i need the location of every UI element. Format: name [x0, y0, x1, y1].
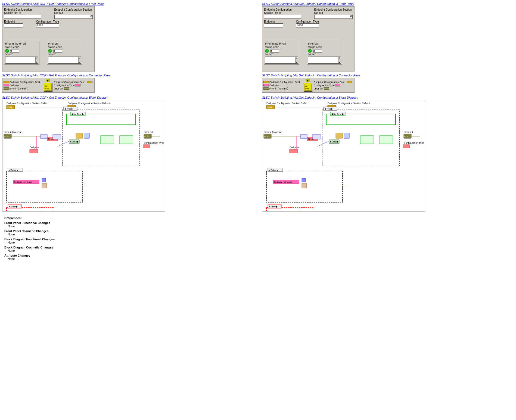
error-out-status-row: status code: [48, 46, 81, 49]
svg-text:Endpoint not found: Endpoint not found: [274, 181, 292, 183]
right-fp-row-refs: Endpoint Configuration Section Ref in En…: [264, 8, 353, 19]
source-scrollbar-in[interactable]: ▲▼: [35, 57, 38, 63]
ep-ref-out-num: 0: [54, 15, 93, 19]
left-bd-endpoint-label: Endpoint: [30, 146, 39, 149]
right-source-ctrl-out[interactable]: ▲▼: [308, 57, 341, 64]
ep-ref-out-field: Endpoint Configuration Section Ref out 0: [54, 8, 93, 19]
right-term-ep-ref-in: [263, 81, 269, 83]
right-source-ctrl-in[interactable]: ▲▼: [265, 57, 298, 64]
config-type-label: Configuration Type: [36, 20, 59, 23]
right-bd-ep-ref-out-label: Endpoint Configuration Section Ref out: [328, 102, 370, 105]
page-content: SLSC Switch Scripting.lvlib: COPY Get En…: [0, 0, 516, 265]
status-label-in: status: [5, 46, 13, 49]
right-ep-ref-in-ctrl[interactable]: [264, 15, 301, 19]
right-source-label-out: source: [308, 53, 341, 56]
fp-cosmetic-val: None: [8, 233, 512, 236]
code-label-out: code: [56, 46, 62, 49]
fp-row-refs: Endpoint Configuration Section Ref in En…: [4, 8, 93, 19]
right-bd-svg: Endpoint Configuration Section Ref in En…: [262, 100, 425, 211]
svg-text:CFG: CFG: [45, 88, 49, 89]
right-conn-label-error-out: error out: [314, 87, 323, 90]
error-in-title: error in (no error): [5, 42, 38, 45]
svg-text:UWM: UWM: [7, 106, 12, 108]
right-conn-title[interactable]: SLSC Switch Scripting.lvlib:Get Endpoint…: [262, 74, 514, 77]
right-error-in-value-row: ✓ 0: [265, 49, 298, 53]
right-conn-label-ep-sect: Endpoint Configuration Sect...: [269, 81, 302, 83]
right-bd-node-b: [313, 134, 321, 139]
ep-ref-in-ctrl[interactable]: [4, 15, 41, 19]
left-fp-panel: Endpoint Configuration Section Ref in En…: [2, 6, 95, 71]
left-bd-col: SLSC Switch Scripting.lvlib: COPY Get En…: [2, 96, 254, 211]
right-code-val-in: 0: [270, 49, 279, 53]
bd-cosmetic-label: Block Diagram Cosmetic Changes: [4, 246, 512, 249]
svg-text:BLSC: BLSC: [4, 135, 9, 137]
source-label-out: source: [48, 53, 81, 56]
right-config-type-field: Configuration Type Load: [296, 20, 319, 27]
conn-label-error-in: error in (no error): [10, 87, 28, 90]
right-error-out-cluster: error out status code ✓ 0 source ▲▼: [307, 41, 342, 65]
right-endpoint-ctrl[interactable]: [264, 23, 283, 27]
svg-text:Endpoint not found: Endpoint not found: [14, 181, 32, 183]
left-fp-title[interactable]: SLSC Switch Scripting.lvlib: COPY Get En…: [2, 2, 254, 5]
source-scrollbar-out[interactable]: ▲▼: [78, 57, 81, 63]
right-bd-wire-str-load: [318, 141, 329, 147]
left-conn-col: SLSC Switch Scripting.lvlib: COPY Get En…: [2, 74, 254, 93]
right-source-label-in: source: [265, 53, 298, 56]
left-bd-inner-node2: [119, 136, 133, 144]
right-bd-inner-node2: [379, 136, 393, 144]
config-type-field: Configuration Type Load: [36, 20, 59, 27]
conn-term-error-out: error out: [54, 87, 93, 90]
fp-row: SLSC Switch Scripting.lvlib: COPY Get En…: [2, 2, 514, 71]
code-val-out: 0: [53, 49, 62, 53]
conn-row: SLSC Switch Scripting.lvlib: COPY Get En…: [2, 74, 514, 93]
svg-text:BLSC: BLSC: [264, 135, 269, 137]
svg-text:◀ Load ▶: ◀ Load ▶: [330, 141, 339, 143]
conn-right-side: Endpoint Configuration Sect... Configura…: [54, 81, 93, 90]
conn-term-endpoint: Endpoint: [4, 84, 42, 87]
right-bd-inner-node1: [360, 136, 374, 144]
right-conn-vi-icon: EP CFG: [304, 83, 312, 92]
right-conn-left-side: Endpoint Configuration Sect... Endpoint …: [263, 81, 302, 90]
svg-rect-0: [45, 84, 51, 91]
left-bd-ep-ref-out-label: Endpoint Configuration Section Ref out: [68, 102, 110, 105]
svg-text:◀ Error ▶: ◀ Error ▶: [9, 206, 18, 208]
endpoint-ctrl[interactable]: [4, 23, 23, 27]
right-source-scrollbar-in[interactable]: ▲▼: [295, 57, 298, 63]
right-term-config-type: [335, 84, 340, 86]
right-bd-endpoint-label: Endpoint: [290, 146, 299, 149]
right-error-out-title: error out: [308, 42, 341, 45]
left-conn-title[interactable]: SLSC Switch Scripting.lvlib: COPY Get En…: [2, 74, 254, 77]
right-source-scrollbar-out[interactable]: ▲▼: [338, 57, 341, 63]
conn-term-config-type: Configuration Type: [54, 84, 93, 87]
left-bd-ep-ref-in-label: Endpoint Configuration Section Ref in: [7, 102, 47, 105]
left-bd-title[interactable]: SLSC Switch Scripting.lvlib: COPY Get En…: [2, 96, 254, 99]
right-conn-label-ep-sect-out: Endpoint Configuration Sect...: [314, 81, 347, 83]
right-fp-title[interactable]: SLSC Switch Scripting.lvlib:Get Endpoint…: [262, 2, 514, 5]
conn-label-config-type: Configuration Type: [54, 84, 74, 87]
right-ep-ref-in-field: Endpoint Configuration Section Ref in: [264, 8, 301, 19]
svg-text:BLSC: BLSC: [144, 135, 149, 137]
svg-text:◀ No Error ▶: ◀ No Error ▶: [71, 113, 84, 115]
source-ctrl-out[interactable]: ▲▼: [48, 57, 81, 64]
right-conn-col: SLSC Switch Scripting.lvlib:Get Endpoint…: [262, 74, 514, 93]
fp-row-errors: error in (no error) status code ✓ 0 sour…: [4, 40, 93, 65]
term-ep-ref-in: [4, 81, 9, 83]
right-error-in-title: error in (no error): [265, 42, 298, 45]
term-error-out: [64, 87, 69, 90]
left-conn-pane: Endpoint Configuration Sect... Endpoint …: [2, 78, 95, 93]
differences-section: Differences: Front Panel Functional Chan…: [2, 214, 514, 263]
right-fp-row-errors: error in (no error) status code ✓ 0 sour…: [264, 40, 353, 65]
right-bd-node-d: [344, 133, 349, 138]
source-ctrl-in[interactable]: ▲▼: [5, 57, 38, 64]
left-bd-err-node1: [39, 211, 42, 211]
right-code-val-out: 0: [313, 49, 322, 53]
error-in-value-row: ✓ 0: [5, 49, 38, 53]
attribute-val: None: [8, 257, 512, 260]
right-config-type-ctrl[interactable]: Load: [296, 23, 319, 27]
right-bd-title[interactable]: SLSC Switch Scripting.lvlib:Get Endpoint…: [262, 96, 514, 99]
svg-text:CFG: CFG: [305, 88, 309, 89]
fp-functional-val: None: [8, 225, 512, 228]
right-conn-term-ep-ref-in: Endpoint Configuration Sect...: [263, 81, 302, 83]
left-bd-node-a: [41, 134, 47, 139]
config-type-ctrl[interactable]: Load: [36, 23, 59, 27]
